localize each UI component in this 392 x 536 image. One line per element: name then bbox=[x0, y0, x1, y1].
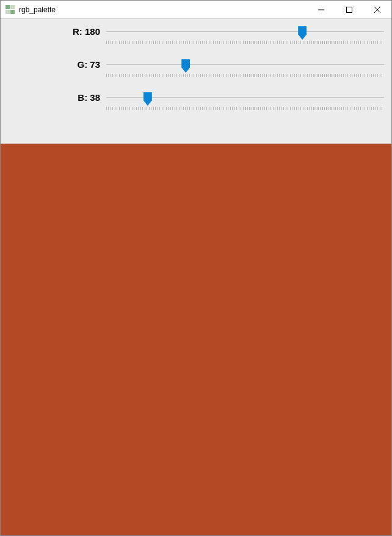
slider-ticks bbox=[106, 74, 384, 77]
slider-row-g: G: 73 bbox=[5, 58, 387, 79]
minimize-button[interactable] bbox=[307, 1, 335, 19]
client-area: R: 180 G: 73 B: 38 bbox=[1, 19, 391, 535]
label-r: R: 180 bbox=[5, 25, 106, 37]
slider-ticks bbox=[106, 107, 384, 110]
minimize-icon bbox=[318, 7, 324, 13]
slider-g[interactable] bbox=[106, 58, 384, 79]
label-b: B: 38 bbox=[5, 91, 106, 103]
window-titlebar: rgb_palette bbox=[1, 1, 391, 19]
maximize-button[interactable] bbox=[335, 1, 363, 19]
slider-track bbox=[106, 31, 384, 33]
color-preview bbox=[1, 144, 391, 535]
slider-panel: R: 180 G: 73 B: 38 bbox=[1, 19, 391, 129]
slider-row-r: R: 180 bbox=[5, 25, 387, 46]
slider-ticks bbox=[106, 41, 384, 44]
close-icon bbox=[374, 7, 380, 13]
slider-track bbox=[106, 64, 384, 66]
label-g: G: 73 bbox=[5, 58, 106, 70]
maximize-icon bbox=[346, 7, 352, 13]
slider-b[interactable] bbox=[106, 91, 384, 112]
slider-thumb[interactable] bbox=[181, 59, 190, 73]
slider-thumb[interactable] bbox=[143, 92, 152, 106]
slider-row-b: B: 38 bbox=[5, 91, 387, 112]
window-title: rgb_palette bbox=[19, 6, 56, 14]
slider-thumb[interactable] bbox=[298, 26, 307, 40]
slider-r[interactable] bbox=[106, 25, 384, 46]
app-icon bbox=[5, 5, 15, 15]
close-button[interactable] bbox=[363, 1, 391, 19]
svg-rect-1 bbox=[347, 7, 352, 12]
